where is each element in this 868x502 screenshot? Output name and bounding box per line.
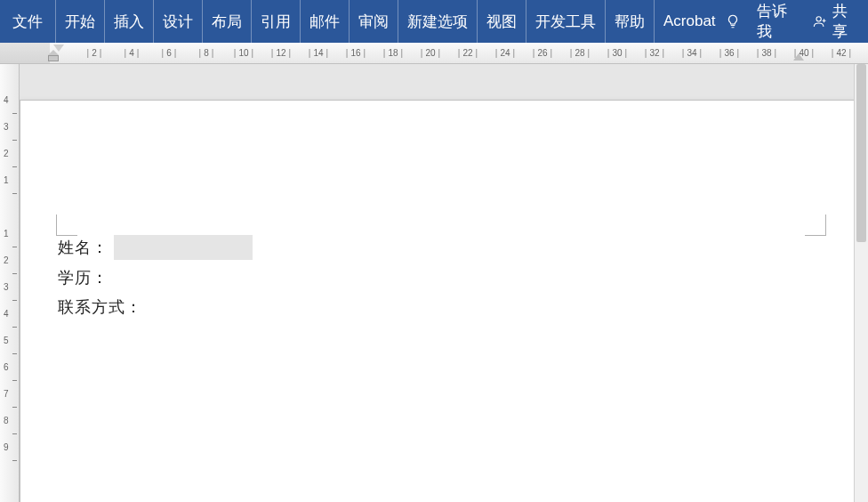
- ruler-mark: 2: [4, 255, 9, 265]
- tab-review[interactable]: 审阅: [350, 0, 398, 43]
- right-indent-marker[interactable]: [793, 53, 804, 61]
- tell-me-label[interactable]: 告诉我: [757, 1, 798, 42]
- ruler-mark: 3: [4, 282, 9, 292]
- ribbon-bar: 文件 开始 插入 设计 布局 引用 邮件 审阅 新建选项 视图 开发工具 帮助 …: [0, 0, 868, 43]
- tab-new-options[interactable]: 新建选项: [398, 0, 478, 43]
- ruler-mark: 38: [757, 48, 776, 58]
- ruler-mark: 36: [719, 48, 739, 58]
- ruler-mark: 18: [383, 48, 403, 58]
- ruler-mark: 3: [4, 122, 9, 132]
- tab-developer[interactable]: 开发工具: [526, 0, 606, 43]
- ruler-margin-top: [0, 64, 19, 206]
- document-page[interactable]: 姓名： 学历： 联系方式：: [20, 100, 856, 502]
- tab-home[interactable]: 开始: [56, 0, 105, 43]
- label-name: 姓名：: [58, 234, 108, 262]
- ruler-mark: 4: [4, 309, 9, 319]
- ruler-mark: 10: [234, 48, 253, 58]
- svg-point-0: [816, 17, 821, 21]
- lightbulb-icon: [725, 13, 741, 29]
- ruler-mark: 16: [346, 48, 366, 58]
- tab-mailings[interactable]: 邮件: [301, 0, 350, 43]
- field-row-education: 学历：: [58, 264, 810, 292]
- horizontal-ruler[interactable]: 24681012141618202224262830323436384042: [0, 43, 868, 64]
- ruler-mark: 8: [4, 416, 9, 425]
- tell-me-button[interactable]: [725, 13, 741, 29]
- ruler-mark: 6: [4, 362, 9, 372]
- scrollbar-thumb[interactable]: [856, 64, 866, 242]
- share-label: 共享: [832, 1, 859, 42]
- margin-crop-top-right: [805, 215, 826, 236]
- ruler-mark: 7: [4, 389, 9, 399]
- ruler-mark: 42: [832, 48, 851, 58]
- ruler-mark: 12: [271, 48, 291, 58]
- label-contact: 联系方式：: [58, 294, 142, 321]
- ruler-mark: 9: [4, 442, 9, 452]
- ruler-mark: 22: [458, 48, 478, 58]
- ruler-mark: 1: [4, 175, 9, 185]
- tab-insert[interactable]: 插入: [105, 0, 154, 43]
- share-button[interactable]: 共享: [813, 1, 859, 42]
- ribbon-tabs: 文件 开始 插入 设计 布局 引用 邮件 审阅 新建选项 视图 开发工具 帮助 …: [0, 0, 725, 43]
- ruler-mark: 1: [4, 229, 9, 239]
- ruler-mark: 32: [645, 48, 664, 58]
- document-area: 姓名： 学历： 联系方式：: [20, 64, 868, 502]
- field-row-contact: 联系方式：: [58, 294, 810, 321]
- ruler-mark: 4: [125, 48, 140, 58]
- ruler-scale: 24681012141618202224262830323436384042: [21, 43, 868, 63]
- ruler-mark: 14: [309, 48, 328, 58]
- ruler-mark: 2: [87, 48, 102, 58]
- ruler-mark: 2: [4, 149, 9, 158]
- ruler-mark: 28: [570, 48, 590, 58]
- tab-references[interactable]: 引用: [252, 0, 301, 43]
- ruler-mark: 6: [162, 48, 177, 58]
- vertical-ruler[interactable]: 4321123456789: [0, 64, 20, 502]
- ruler-mark: 5: [4, 336, 9, 345]
- tab-file[interactable]: 文件: [0, 0, 56, 43]
- selection-highlight[interactable]: [114, 235, 253, 260]
- hanging-indent-marker[interactable]: [48, 55, 59, 64]
- ruler-mark: 20: [421, 48, 440, 58]
- field-row-name: 姓名：: [58, 234, 810, 262]
- page-content[interactable]: 姓名： 学历： 联系方式：: [58, 234, 810, 324]
- ruler-mark: 30: [607, 48, 627, 58]
- ruler-mark: 24: [495, 48, 515, 58]
- ribbon-right-section: 告诉我 共享: [725, 1, 868, 42]
- ruler-mark: 34: [682, 48, 702, 58]
- ruler-mark: 4: [4, 95, 9, 105]
- tab-view[interactable]: 视图: [478, 0, 526, 43]
- margin-crop-top-left: [56, 215, 77, 236]
- tab-acrobat[interactable]: Acrobat: [655, 0, 725, 43]
- label-education: 学历：: [58, 264, 108, 292]
- person-add-icon: [813, 13, 827, 29]
- ruler-mark: 26: [533, 48, 552, 58]
- tab-design[interactable]: 设计: [154, 0, 203, 43]
- tab-layout[interactable]: 布局: [203, 0, 252, 43]
- tab-help[interactable]: 帮助: [606, 0, 655, 43]
- vertical-scrollbar[interactable]: [854, 64, 868, 502]
- ruler-mark: 8: [199, 48, 214, 58]
